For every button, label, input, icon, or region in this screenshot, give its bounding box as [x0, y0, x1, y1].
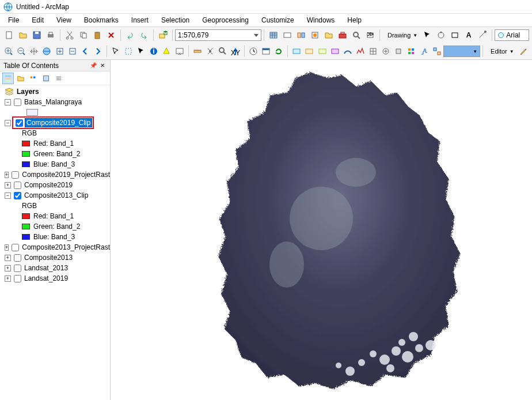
- menu-insert[interactable]: Insert: [126, 15, 154, 25]
- layer-visible-checkbox[interactable]: [14, 275, 21, 282]
- rectangle-button[interactable]: [449, 29, 461, 41]
- refresh-button[interactable]: [273, 45, 284, 58]
- print-button[interactable]: [44, 29, 57, 41]
- measure-button[interactable]: [192, 45, 203, 58]
- tree-root-layers[interactable]: Layers: [0, 86, 110, 97]
- drawing-dropdown[interactable]: Drawing▼: [382, 29, 420, 41]
- list-by-visibility-button[interactable]: [28, 73, 39, 84]
- pan-button[interactable]: [28, 45, 40, 58]
- ge-tool-2[interactable]: [303, 45, 315, 58]
- fixed-zoom-out-button[interactable]: [67, 45, 78, 58]
- select-features-button[interactable]: [110, 45, 121, 58]
- layer-visible-checkbox[interactable]: [14, 182, 21, 189]
- collapse-button[interactable]: −: [5, 120, 11, 126]
- layer-visible-checkbox[interactable]: [14, 192, 21, 199]
- select-arrow-button[interactable]: [135, 45, 147, 58]
- tree-node-comp2013[interactable]: + Composite2013: [0, 252, 110, 263]
- menu-geoprocessing[interactable]: Geoprocessing: [196, 15, 254, 25]
- tool-icon-a[interactable]: [281, 29, 294, 41]
- text-button[interactable]: A: [462, 29, 475, 41]
- find-button[interactable]: [204, 45, 216, 58]
- value-input[interactable]: ▼: [443, 46, 480, 57]
- undo-button[interactable]: [124, 29, 136, 41]
- tree-node-comp2013proj[interactable]: + Composite2013_ProjectRast: [0, 242, 110, 252]
- tree-node-comp2019[interactable]: + Composite2019: [0, 180, 110, 190]
- save-button[interactable]: [31, 29, 43, 41]
- pin-icon[interactable]: 📌: [89, 62, 97, 70]
- editor-dropdown[interactable]: Editor▼: [485, 45, 517, 58]
- layer-visible-checkbox[interactable]: [14, 254, 21, 262]
- redo-button[interactable]: [138, 29, 150, 41]
- collapse-button[interactable]: −: [5, 99, 11, 105]
- delete-button[interactable]: [105, 29, 117, 41]
- identify-button[interactable]: i: [148, 45, 159, 58]
- expand-button[interactable]: +: [5, 265, 11, 271]
- menu-windows[interactable]: Windows: [301, 15, 341, 25]
- tree-node-comp2019proj[interactable]: + Composite2019_ProjectRast: [0, 169, 110, 180]
- ge-tool-10[interactable]: [405, 45, 417, 58]
- ge-tool-8[interactable]: [380, 45, 392, 58]
- menu-bookmarks[interactable]: Bookmarks: [78, 15, 124, 25]
- fixed-zoom-in-button[interactable]: [54, 45, 66, 58]
- hyperlink-button[interactable]: [161, 45, 172, 58]
- time-slider-button[interactable]: [248, 45, 259, 58]
- list-by-drawing-order-button[interactable]: [2, 73, 14, 84]
- editor-tool-icon[interactable]: [518, 45, 529, 58]
- menu-selection[interactable]: Selection: [155, 15, 195, 25]
- tree-node-comp2013clip[interactable]: − Composite2013_Clip: [0, 190, 110, 201]
- menu-help[interactable]: Help: [341, 15, 367, 25]
- ge-tool-1[interactable]: [291, 45, 302, 58]
- close-icon[interactable]: ✕: [98, 62, 107, 70]
- toolbox-button[interactable]: [336, 29, 349, 41]
- clear-selection-button[interactable]: [123, 45, 134, 58]
- expand-button[interactable]: +: [5, 172, 9, 178]
- list-by-selection-button[interactable]: [40, 73, 52, 84]
- font-family-select[interactable]: Arial: [495, 29, 529, 41]
- layer-visible-checkbox[interactable]: [14, 265, 21, 272]
- scale-input[interactable]: 1:570,679: [175, 29, 261, 41]
- add-data-button[interactable]: +: [157, 29, 169, 41]
- layer-visible-checkbox[interactable]: [12, 244, 19, 251]
- zoom-out-button[interactable]: [16, 45, 27, 58]
- expand-button[interactable]: +: [5, 276, 11, 282]
- expand-button[interactable]: +: [5, 182, 11, 188]
- menu-view[interactable]: View: [51, 15, 77, 25]
- tool-icon-b[interactable]: [295, 29, 307, 41]
- ge-tool-11[interactable]: [419, 45, 430, 58]
- menu-customize[interactable]: Customize: [256, 15, 300, 25]
- back-button[interactable]: [79, 45, 91, 58]
- collapse-button[interactable]: −: [5, 193, 11, 199]
- open-button[interactable]: [17, 29, 29, 41]
- create-viewer-button[interactable]: [260, 45, 272, 58]
- tree-node-landsat2019[interactable]: + Landsat_2019: [0, 273, 110, 284]
- select-element-button[interactable]: [421, 29, 434, 41]
- layer-visible-checkbox[interactable]: [12, 171, 19, 179]
- tree-node-landsat2013[interactable]: + Landsat_2013: [0, 263, 110, 273]
- options-button[interactable]: [53, 73, 64, 84]
- tree-node-batas[interactable]: − Batas_Malangraya: [0, 97, 110, 107]
- ge-tool-4[interactable]: [329, 45, 341, 58]
- copy-button[interactable]: [77, 29, 90, 41]
- tool-icon-c[interactable]: [309, 29, 321, 41]
- forward-button[interactable]: [92, 45, 104, 58]
- menu-edit[interactable]: Edit: [26, 15, 50, 25]
- ge-tool-3[interactable]: [317, 45, 328, 58]
- find-route-button[interactable]: [217, 45, 229, 58]
- tree-node-comp2019clip[interactable]: − Composite2019_Clip: [0, 118, 110, 128]
- zoom-in-button[interactable]: [3, 45, 14, 58]
- go-to-xy-button[interactable]: XY: [230, 45, 241, 58]
- full-extent-button[interactable]: [41, 45, 52, 58]
- catalog-button[interactable]: [322, 29, 335, 41]
- edit-vertices-button[interactable]: [476, 29, 489, 41]
- expand-button[interactable]: +: [5, 255, 11, 261]
- list-by-source-button[interactable]: [15, 73, 26, 84]
- rotate-button[interactable]: [435, 29, 447, 41]
- ge-tool-7[interactable]: [367, 45, 379, 58]
- ge-tool-6[interactable]: [355, 45, 366, 58]
- expand-button[interactable]: +: [5, 244, 9, 251]
- python-button[interactable]: ≫: [364, 29, 377, 41]
- new-button[interactable]: [3, 29, 16, 41]
- layer-visible-checkbox[interactable]: [16, 119, 23, 127]
- editor-toolbar-icon[interactable]: [267, 29, 280, 41]
- map-view[interactable]: [111, 60, 532, 400]
